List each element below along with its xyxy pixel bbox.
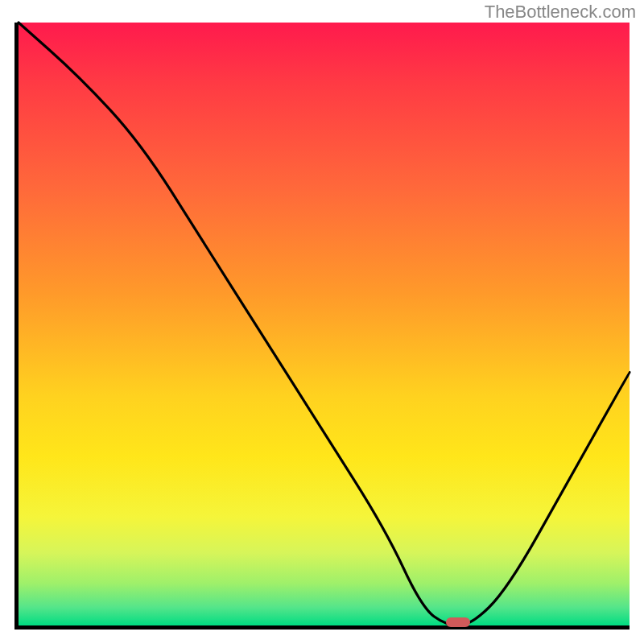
bottleneck-curve-svg	[19, 23, 630, 625]
chart-container: TheBottleneck.com	[0, 0, 644, 644]
optimal-marker	[446, 617, 470, 627]
watermark-text: TheBottleneck.com	[485, 2, 636, 23]
bottleneck-curve	[19, 23, 630, 625]
